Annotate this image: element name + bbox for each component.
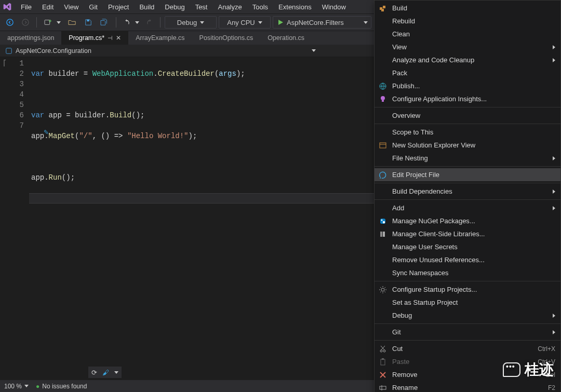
menu-item-rebuild[interactable]: Rebuild (375, 15, 560, 28)
menu-item-manage-client-side-libraries[interactable]: Manage Client-Side Libraries... (375, 227, 560, 240)
svg-point-0 (7, 19, 13, 25)
menu-item-configure-application-insights[interactable]: Configure Application Insights... (375, 92, 560, 105)
menu-item-label: Analyze and Code Cleanup (392, 56, 549, 64)
menu-item-file-nesting[interactable]: File Nesting (375, 152, 560, 165)
open-button[interactable] (65, 16, 79, 29)
zoom-value: 100 % (4, 383, 22, 390)
menu-item-manage-nuget-packages[interactable]: Manage NuGet Packages... (375, 214, 560, 227)
config-dropdown[interactable]: Debug (165, 16, 217, 29)
tab-positionoptions[interactable]: PositionOptions.cs (192, 31, 261, 45)
pin-icon[interactable]: ⊣ (108, 35, 113, 42)
build-icon (378, 3, 388, 13)
menu-item-sync-namespaces[interactable]: Sync Namespaces (375, 266, 560, 279)
menu-project[interactable]: Project (103, 2, 134, 12)
tab-program[interactable]: Program.cs* ⊣ ✕ (61, 31, 128, 45)
tab-operation[interactable]: Operation.cs (260, 31, 312, 45)
menu-analyze[interactable]: Analyze (212, 2, 247, 12)
menu-item-rename[interactable]: RenameF2 (375, 381, 560, 392)
chevron-down-icon[interactable] (135, 21, 139, 24)
blank (378, 68, 388, 78)
svg-point-18 (381, 288, 384, 291)
menu-item-label: Add (392, 204, 549, 212)
menu-item-label: File Nesting (392, 154, 549, 162)
brush-icon[interactable]: 🖌 (102, 369, 109, 376)
menu-item-pack[interactable]: Pack (375, 66, 560, 79)
svg-rect-16 (380, 232, 382, 237)
save-button[interactable] (82, 16, 95, 29)
remove-icon (378, 370, 388, 380)
svg-rect-6 (383, 6, 385, 8)
menu-item-debug[interactable]: Debug (375, 309, 560, 322)
blank (378, 203, 388, 213)
menu-item-build-dependencies[interactable]: Build Dependencies (375, 185, 560, 198)
gear-icon (378, 285, 388, 295)
menu-item-label: New Solution Explorer View (392, 141, 555, 149)
menu-item-git[interactable]: Git (375, 326, 560, 339)
svg-point-20 (383, 350, 385, 352)
menu-view[interactable]: View (59, 2, 84, 12)
lightbulb-icon[interactable]: ✎ (44, 129, 49, 136)
nuget-icon (378, 216, 388, 226)
new-item-button[interactable] (41, 16, 56, 29)
submenu-arrow-icon (553, 156, 555, 160)
menu-item-configure-startup-projects[interactable]: Configure Startup Projects... (375, 283, 560, 296)
save-all-button[interactable] (97, 16, 112, 29)
menu-build[interactable]: Build (134, 2, 159, 12)
fold-column: ⎡ (0, 57, 9, 224)
chevron-down-icon[interactable] (114, 371, 118, 374)
close-icon[interactable]: ✕ (116, 34, 121, 42)
tab-label: appsettings.json (7, 34, 54, 42)
menu-debug[interactable]: Debug (159, 2, 190, 12)
platform-value: Any CPU (227, 19, 255, 26)
menu-test[interactable]: Test (190, 2, 213, 12)
menu-git[interactable]: Git (84, 2, 103, 12)
menu-file[interactable]: File (16, 2, 37, 12)
menu-separator (375, 323, 560, 324)
menu-item-manage-user-secrets[interactable]: Manage User Secrets (375, 240, 560, 253)
submenu-arrow-icon (553, 45, 555, 49)
menu-item-add[interactable]: Add (375, 201, 560, 214)
menu-item-scope-to-this[interactable]: Scope to This (375, 126, 560, 139)
tab-arrayexample[interactable]: ArrayExample.cs (128, 31, 192, 45)
submenu-arrow-icon (553, 330, 555, 334)
nav-class-dropdown[interactable]: AspNetCore.Configuration (2, 46, 319, 56)
menu-tools[interactable]: Tools (247, 2, 273, 12)
menu-item-new-solution-explorer-view[interactable]: New Solution Explorer View (375, 139, 560, 152)
menu-item-label: Rename (392, 384, 544, 391)
menu-window[interactable]: Window (317, 2, 351, 12)
vs-logo-icon (2, 2, 12, 12)
menu-item-cut[interactable]: CutCtrl+X (375, 342, 560, 355)
menu-item-publish[interactable]: Publish... (375, 79, 560, 92)
blank (378, 127, 388, 138)
redo-button[interactable] (142, 16, 156, 29)
menu-extensions[interactable]: Extensions (273, 2, 317, 12)
tab-label: Operation.cs (268, 34, 304, 42)
toolbar-separator (116, 17, 116, 28)
menu-item-shortcut: Ctrl+X (538, 345, 555, 353)
blank (378, 255, 388, 265)
svg-rect-10 (382, 100, 384, 102)
undo-button[interactable] (121, 16, 134, 29)
menu-item-edit-project-file[interactable]: Edit Project File (375, 168, 560, 181)
menu-separator (375, 281, 560, 281)
menu-item-overview[interactable]: Overview (375, 109, 560, 122)
menu-item-set-as-startup-project[interactable]: Set as Startup Project (375, 296, 560, 309)
menu-item-view[interactable]: View (375, 40, 560, 53)
nav-forward-button[interactable] (19, 16, 32, 29)
submenu-arrow-icon (553, 206, 555, 210)
menu-item-label: Build Dependencies (392, 187, 549, 195)
menu-item-build[interactable]: Build (375, 2, 560, 15)
issues-cell[interactable]: ● No issues found (36, 383, 87, 390)
menu-item-clean[interactable]: Clean (375, 28, 560, 40)
menu-edit[interactable]: Edit (37, 2, 59, 12)
menu-item-remove-unused-references[interactable]: Remove Unused References... (375, 253, 560, 266)
zoom-cell[interactable]: 100 % (4, 383, 29, 390)
platform-dropdown[interactable]: Any CPU (219, 16, 271, 29)
startup-dropdown[interactable]: AspNetCore.Filters (273, 16, 371, 29)
nav-back-button[interactable] (3, 16, 17, 29)
chevron-down-icon[interactable] (57, 21, 61, 24)
svg-rect-17 (383, 232, 385, 237)
blank (378, 242, 388, 252)
tab-appsettings[interactable]: appsettings.json (0, 31, 61, 45)
menu-item-analyze-and-code-cleanup[interactable]: Analyze and Code Cleanup (375, 53, 560, 66)
